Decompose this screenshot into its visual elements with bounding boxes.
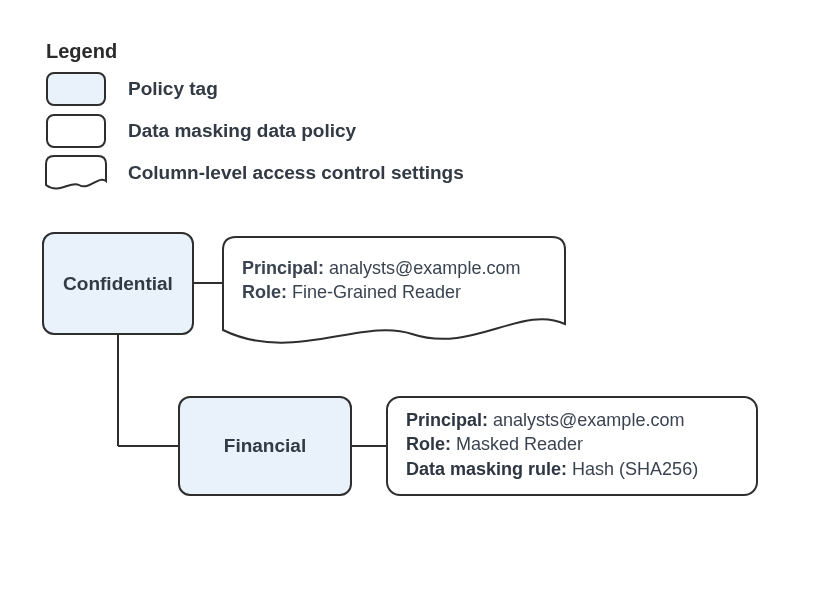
policy-principal-value: analysts@example.com bbox=[493, 410, 684, 430]
node-financial-label: Financial bbox=[224, 435, 306, 457]
legend-swatch-acl bbox=[45, 155, 107, 193]
legend-title: Legend bbox=[46, 40, 117, 63]
legend-label-acl: Column-level access control settings bbox=[128, 156, 464, 190]
policy-principal-row: Principal: analysts@example.com bbox=[406, 408, 738, 432]
policy-role-label: Role: bbox=[406, 434, 451, 454]
acl-role-label: Role: bbox=[242, 282, 287, 302]
legend-swatch-policy-tag bbox=[46, 72, 106, 106]
acl-principal-label: Principal: bbox=[242, 258, 324, 278]
policy-principal-label: Principal: bbox=[406, 410, 488, 430]
acl-principal-value: analysts@example.com bbox=[329, 258, 520, 278]
diagram-stage: Legend Policy tag Data masking data poli… bbox=[0, 0, 820, 598]
node-acl-text: Principal: analysts@example.com Role: Fi… bbox=[242, 256, 520, 305]
node-confidential: Confidential bbox=[42, 232, 194, 335]
legend-swatch-masking-policy bbox=[46, 114, 106, 148]
acl-principal-row: Principal: analysts@example.com bbox=[242, 256, 520, 280]
node-financial: Financial bbox=[178, 396, 352, 496]
acl-role-value: Fine-Grained Reader bbox=[292, 282, 461, 302]
legend-label-masking-policy: Data masking data policy bbox=[128, 114, 356, 148]
policy-role-row: Role: Masked Reader bbox=[406, 432, 738, 456]
node-masking-policy: Principal: analysts@example.com Role: Ma… bbox=[386, 396, 758, 496]
policy-rule-row: Data masking rule: Hash (SHA256) bbox=[406, 457, 738, 481]
policy-rule-value: Hash (SHA256) bbox=[572, 459, 698, 479]
node-confidential-label: Confidential bbox=[63, 273, 173, 295]
legend-label-policy-tag: Policy tag bbox=[128, 72, 218, 106]
acl-role-row: Role: Fine-Grained Reader bbox=[242, 280, 520, 304]
policy-role-value: Masked Reader bbox=[456, 434, 583, 454]
policy-rule-label: Data masking rule: bbox=[406, 459, 567, 479]
